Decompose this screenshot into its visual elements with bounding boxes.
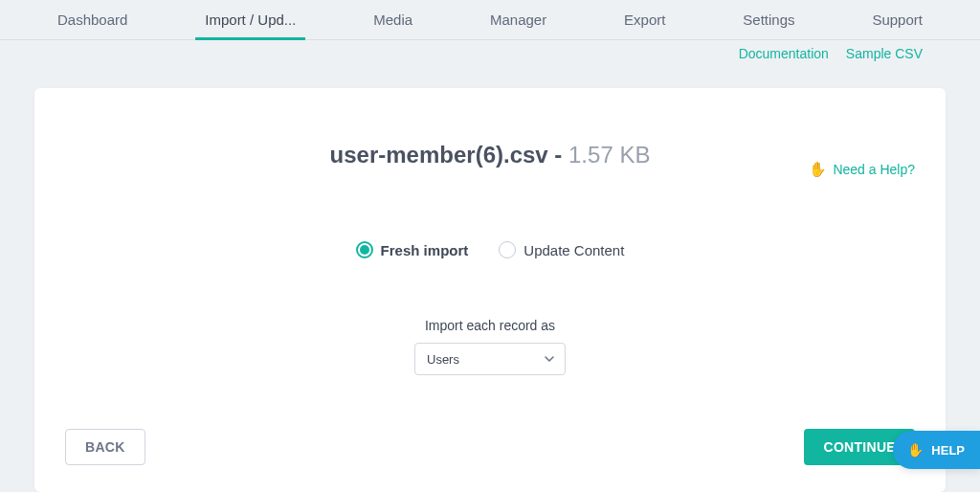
file-separator: - [548,142,568,168]
radio-update-label: Update Content [523,242,624,258]
tab-import-update[interactable]: Import / Upd... [205,0,296,39]
hand-icon: ✋ [906,441,924,458]
documentation-link[interactable]: Documentation [739,46,829,61]
tab-export[interactable]: Export [624,0,665,39]
sample-csv-link[interactable]: Sample CSV [846,46,923,61]
card-footer: BACK CONTINUE [34,429,946,465]
tab-dashboard[interactable]: Dashboard [57,0,127,39]
need-help-label: Need a Help? [833,162,915,177]
import-mode-group: Fresh import Update Content [65,241,915,258]
back-button[interactable]: BACK [65,429,145,465]
file-size: 1.57 KB [568,142,650,168]
radio-dot-icon [360,245,369,255]
help-float-label: HELP [931,443,965,458]
header-links: Documentation Sample CSV [0,40,980,61]
record-type-label: Import each record as [65,318,915,333]
file-name: user-member(6).csv [330,142,548,168]
tab-manager[interactable]: Manager [490,0,546,39]
file-title: user-member(6).csv - 1.57 KB [65,142,915,168]
main-tabs: Dashboard Import / Upd... Media Manager … [0,0,980,40]
tab-media[interactable]: Media [373,0,412,39]
radio-update-content[interactable]: Update Content [499,241,624,258]
record-type-block: Import each record as Users [65,318,915,375]
hand-icon: ✋ [809,161,827,178]
radio-selected-icon [356,241,373,258]
tab-support[interactable]: Support [872,0,923,39]
import-card: user-member(6).csv - 1.57 KB ✋ Need a He… [34,88,946,492]
tab-settings[interactable]: Settings [743,0,794,39]
need-help-link[interactable]: ✋ Need a Help? [809,161,915,178]
record-type-select[interactable]: Users [414,343,566,375]
help-float-button[interactable]: ✋ HELP [893,431,980,469]
radio-unselected-icon [499,241,516,258]
chevron-down-icon [544,353,555,365]
radio-fresh-import[interactable]: Fresh import [356,241,469,258]
radio-fresh-label: Fresh import [381,242,469,258]
record-type-value: Users [427,352,459,367]
